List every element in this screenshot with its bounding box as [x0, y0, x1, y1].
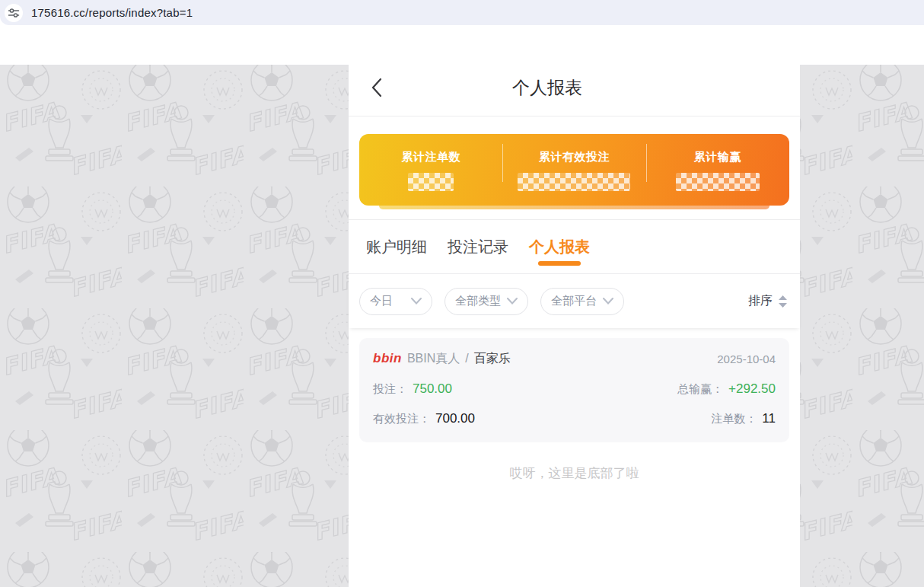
summary-card: 累计注单数 累计有效投注 累计输赢: [359, 134, 789, 206]
tab-bet-records[interactable]: 投注记录: [448, 220, 508, 273]
valid-bet-amount: 有效投注：700.00: [373, 411, 475, 426]
report-record-card[interactable]: bbin BBIN真人 / 百家乐 2025-10-04 投注：750.00 总…: [359, 338, 789, 442]
blurred-value: [408, 173, 454, 191]
screen: 175616.cc/reports/index?tab=1: [0, 0, 924, 587]
chevron-down-icon: [411, 298, 422, 305]
page-title: 个人报表: [512, 76, 582, 100]
stat-label: 累计有效投注: [539, 150, 610, 164]
summary-section: 累计注单数 累计有效投注 累计输赢: [349, 116, 800, 219]
tab-personal-report[interactable]: 个人报表: [529, 220, 590, 273]
bet-amount: 投注：750.00: [373, 381, 452, 397]
stat-valid-bets: 累计有效投注: [502, 134, 645, 206]
site-settings-icon[interactable]: [5, 4, 23, 22]
stat-label: 累计注单数: [401, 150, 460, 164]
blurred-value: [518, 173, 630, 191]
provider-name: BBIN真人: [407, 351, 460, 367]
stat-label: 累计输赢: [694, 150, 741, 164]
browser-address-bar[interactable]: 175616.cc/reports/index?tab=1: [0, 0, 924, 25]
record-date: 2025-10-04: [717, 353, 776, 365]
stat-winloss: 累计输赢: [646, 134, 789, 206]
total-winloss: 总输赢：+292.50: [677, 381, 776, 397]
type-filter-dropdown[interactable]: 全部类型: [444, 288, 528, 315]
blurred-value: [676, 173, 760, 191]
bet-count: 注单数：11: [711, 411, 776, 426]
record-header: bbin BBIN真人 / 百家乐 2025-10-04: [373, 351, 776, 367]
platform-filter-dropdown[interactable]: 全部平台: [540, 288, 624, 315]
date-filter-dropdown[interactable]: 今日: [359, 288, 432, 315]
page: FIFA FIFA: [0, 25, 924, 587]
game-name: 百家乐: [474, 351, 511, 367]
app-header: 个人报表: [349, 25, 800, 116]
bbin-logo: bbin: [373, 351, 402, 366]
end-of-list-text: 哎呀，这里是底部了啦: [359, 464, 789, 482]
summary-card-shadow: [379, 206, 769, 209]
sort-arrows-icon: [778, 295, 788, 308]
record-title: bbin BBIN真人 / 百家乐: [373, 351, 511, 367]
url-text[interactable]: 175616.cc/reports/index?tab=1: [31, 6, 193, 19]
record-row: 有效投注：700.00 注单数：11: [373, 411, 776, 426]
report-list: bbin BBIN真人 / 百家乐 2025-10-04 投注：750.00 总…: [349, 328, 800, 482]
stat-total-bets: 累计注单数: [359, 134, 502, 206]
tab-account-details[interactable]: 账户明细: [366, 220, 427, 273]
chevron-down-icon: [603, 298, 613, 305]
filter-bar: 今日 全部类型 全部平台: [349, 274, 800, 328]
app-container: 个人报表 累计注单数 累计有效投注 累计输赢: [349, 25, 800, 587]
chevron-down-icon: [507, 298, 518, 305]
active-tab-indicator: [538, 261, 581, 266]
sort-button[interactable]: 排序: [748, 293, 789, 309]
separator: /: [465, 352, 468, 365]
back-button[interactable]: [371, 78, 382, 97]
record-row: 投注：750.00 总输赢：+292.50: [373, 381, 776, 397]
tabs: 账户明细 投注记录 个人报表: [349, 220, 800, 273]
